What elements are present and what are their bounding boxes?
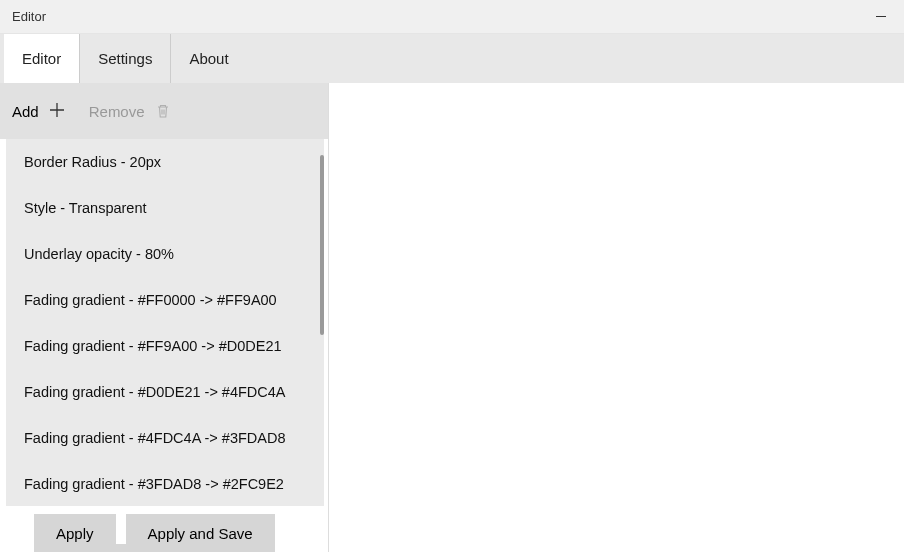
- remove-label: Remove: [89, 103, 145, 120]
- tab-label: About: [189, 50, 228, 67]
- content-area: Add Remove Border Radius - 20px Style: [0, 83, 904, 552]
- list-item[interactable]: Border Radius - 20px: [6, 139, 324, 185]
- list-item[interactable]: Fading gradient - #D0DE21 -> #4FDC4A: [6, 369, 324, 415]
- list-item-label: Style - Transparent: [24, 200, 147, 216]
- list-item[interactable]: Underlay opacity - 80%: [6, 231, 324, 277]
- scrollbar[interactable]: [320, 155, 324, 335]
- list-item[interactable]: Fading gradient - #3FDAD8 -> #2FC9E2: [6, 461, 324, 506]
- tab-about[interactable]: About: [171, 34, 246, 83]
- tab-settings[interactable]: Settings: [80, 34, 171, 83]
- tabstrip: Editor Settings About: [0, 34, 904, 83]
- list-item[interactable]: Fading gradient - #FF9A00 -> #D0DE21: [6, 323, 324, 369]
- properties-list: Border Radius - 20px Style - Transparent…: [6, 139, 324, 506]
- remove-button[interactable]: Remove: [89, 103, 171, 120]
- plus-icon: [49, 102, 65, 121]
- list-item[interactable]: Fading gradient - #FF0000 -> #FF9A00: [6, 277, 324, 323]
- minimize-icon: [876, 16, 886, 17]
- list-item-label: Fading gradient - #D0DE21 -> #4FDC4A: [24, 384, 286, 400]
- titlebar: Editor: [0, 0, 904, 34]
- left-pane: Add Remove Border Radius - 20px Style: [0, 83, 329, 552]
- list-area: Border Radius - 20px Style - Transparent…: [6, 139, 324, 506]
- pane-toolbar: Add Remove: [0, 83, 328, 139]
- list-item[interactable]: Fading gradient - #4FDC4A -> #3FDAD8: [6, 415, 324, 461]
- tab-editor[interactable]: Editor: [4, 34, 80, 83]
- list-item-label: Underlay opacity - 80%: [24, 246, 174, 262]
- list-item-label: Fading gradient - #4FDC4A -> #3FDAD8: [24, 430, 286, 446]
- minimize-button[interactable]: [858, 0, 904, 33]
- list-item-label: Fading gradient - #FF0000 -> #FF9A00: [24, 292, 277, 308]
- add-button[interactable]: Add: [12, 102, 65, 121]
- tab-label: Settings: [98, 50, 152, 67]
- svg-rect-0: [876, 16, 886, 17]
- right-pane: [329, 83, 904, 552]
- titlebar-buttons: [858, 0, 904, 33]
- add-label: Add: [12, 103, 39, 120]
- partial-button: [34, 544, 249, 552]
- trash-icon: [155, 103, 171, 119]
- list-item[interactable]: Style - Transparent: [6, 185, 324, 231]
- list-item-label: Fading gradient - #FF9A00 -> #D0DE21: [24, 338, 282, 354]
- window-title: Editor: [12, 9, 46, 24]
- tab-label: Editor: [22, 50, 61, 67]
- list-item-label: Border Radius - 20px: [24, 154, 161, 170]
- list-item-label: Fading gradient - #3FDAD8 -> #2FC9E2: [24, 476, 284, 492]
